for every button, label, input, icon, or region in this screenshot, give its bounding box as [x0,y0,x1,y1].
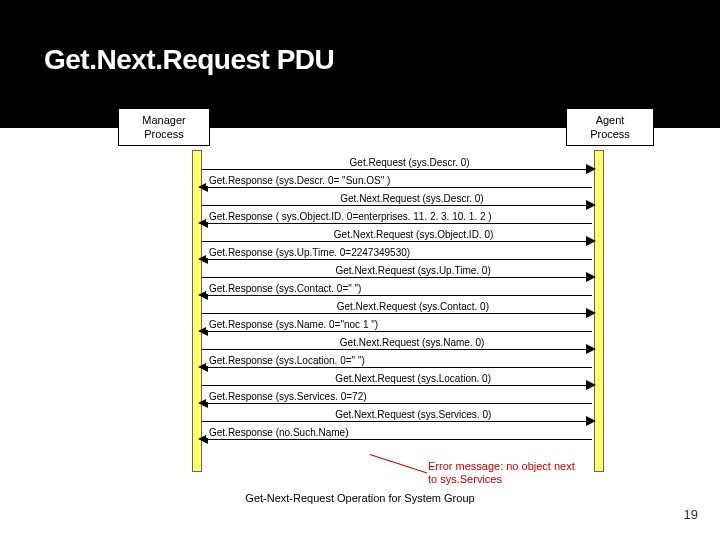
manager-label-1: Manager [142,114,185,126]
arrow-right-icon [586,164,596,174]
seq-message: Get.Request (sys.Descr. 0) [200,158,594,176]
message-label: Get.Next.Request (sys.Up.Time. 0) [333,265,494,276]
message-label: Get.Response (sys.Name. 0="noc 1 ") [206,319,381,330]
seq-message: Get.Response (no.Such.Name) [200,428,594,446]
message-label: Get.Next.Request (sys.Contact. 0) [334,301,492,312]
message-line [202,259,592,260]
seq-message: Get.Next.Request (sys.Location. 0) [200,374,594,392]
message-line [202,349,592,350]
message-line [202,169,592,170]
message-lane: Get.Request (sys.Descr. 0)Get.Response (… [200,158,594,446]
callout-leader-line [370,454,427,473]
message-line [202,403,592,404]
message-label: Get.Response ( sys.Object.ID. 0=enterpri… [206,211,495,222]
agent-label-2: Process [590,128,630,140]
seq-message: Get.Response (sys.Descr. 0= "Sun.OS" ) [200,176,594,194]
message-line [202,241,592,242]
agent-process-box: Agent Process [566,108,654,146]
callout-line2: to sys.Services [428,473,502,485]
arrow-right-icon [586,344,596,354]
message-label: Get.Response (sys.Location. 0=" ") [206,355,368,366]
seq-message: Get.Next.Request (sys.Contact. 0) [200,302,594,320]
arrow-right-icon [586,416,596,426]
message-line [202,439,592,440]
seq-message: Get.Response (sys.Services. 0=72) [200,392,594,410]
message-label: Get.Next.Request (sys.Services. 0) [332,409,494,420]
message-label: Get.Response (sys.Up.Time. 0=2247349530) [206,247,413,258]
message-label: Get.Next.Request (sys.Object.ID. 0) [331,229,497,240]
manager-process-box: Manager Process [118,108,210,146]
message-label: Get.Response (sys.Contact. 0=" ") [206,283,364,294]
message-line [202,421,592,422]
seq-message: Get.Response (sys.Up.Time. 0=2247349530) [200,248,594,266]
agent-label-1: Agent [596,114,625,126]
message-line [202,295,592,296]
message-line [202,331,592,332]
figure-caption: Get-Next-Request Operation for System Gr… [0,492,720,504]
message-line [202,205,592,206]
message-label: Get.Request (sys.Descr. 0) [347,157,473,168]
seq-message: Get.Next.Request (sys.Name. 0) [200,338,594,356]
seq-message: Get.Next.Request (sys.Up.Time. 0) [200,266,594,284]
seq-message: Get.Response (sys.Name. 0="noc 1 ") [200,320,594,338]
message-label: Get.Response (no.Such.Name) [206,427,352,438]
arrow-right-icon [586,236,596,246]
message-label: Get.Next.Request (sys.Name. 0) [337,337,488,348]
arrow-right-icon [586,380,596,390]
arrow-right-icon [586,200,596,210]
message-line [202,313,592,314]
arrow-right-icon [586,308,596,318]
message-label: Get.Next.Request (sys.Descr. 0) [337,193,486,204]
callout-text: Error message: no object next to sys.Ser… [428,460,618,486]
message-line [202,277,592,278]
message-line [202,187,592,188]
slide-number: 19 [684,507,698,522]
seq-message: Get.Response ( sys.Object.ID. 0=enterpri… [200,212,594,230]
seq-message: Get.Next.Request (sys.Descr. 0) [200,194,594,212]
seq-message: Get.Response (sys.Location. 0=" ") [200,356,594,374]
arrow-right-icon [586,272,596,282]
message-line [202,367,592,368]
message-label: Get.Response (sys.Services. 0=72) [206,391,370,402]
message-line [202,385,592,386]
seq-message: Get.Next.Request (sys.Object.ID. 0) [200,230,594,248]
seq-message: Get.Response (sys.Contact. 0=" ") [200,284,594,302]
slide-title: Get.Next.Request PDU [44,44,334,76]
message-line [202,223,592,224]
message-label: Get.Next.Request (sys.Location. 0) [332,373,494,384]
callout-line1: Error message: no object next [428,460,575,472]
message-label: Get.Response (sys.Descr. 0= "Sun.OS" ) [206,175,393,186]
seq-message: Get.Next.Request (sys.Services. 0) [200,410,594,428]
manager-label-2: Process [144,128,184,140]
